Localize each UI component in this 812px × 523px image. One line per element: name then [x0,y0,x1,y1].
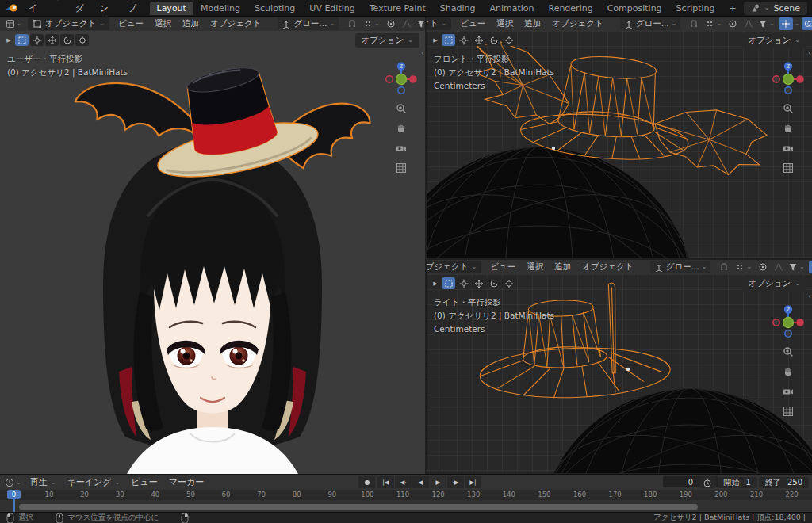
menu-select[interactable]: 選択 [521,262,549,273]
blender-logo-icon[interactable] [5,2,19,13]
workspace-tab[interactable]: Rendering [541,2,599,15]
workspace-tab[interactable]: Scripting [669,2,722,15]
camera-view-gizmo[interactable] [780,141,796,155]
snap-target-dropdown[interactable]: ⌄ [733,261,754,273]
navigation-axis-gizmo[interactable] [770,59,806,96]
navigation-axis-gizmo[interactable] [383,59,419,96]
show-overlays-toggle[interactable] [802,17,812,30]
snap-target-dropdown[interactable]: ⌄ [703,17,724,30]
zoom-gizmo[interactable] [780,101,796,116]
viewport-canvas-front[interactable]: ▶ フロント・平行投影 (0) アクセサリ2 | BatMiniHats Cen… [427,31,812,258]
pan-hand-gizmo[interactable] [393,121,409,136]
options-dropdown[interactable]: オプション⌄ [742,33,806,48]
workspace-tab[interactable]: Texture Paint [362,2,433,15]
pan-hand-gizmo[interactable] [780,121,796,136]
timeline-h-scrollbar[interactable] [19,504,698,510]
n-panel-arrow[interactable]: ‹ [421,48,424,57]
menu-view[interactable]: ビュー [454,18,491,29]
jump-to-end-button[interactable]: ▶| [465,476,481,488]
frame-end-field[interactable]: 終了250 [759,477,809,488]
menu-object[interactable]: オブジェクト [546,18,608,29]
proportional-edit-toggle[interactable] [756,261,770,273]
snap-toggle[interactable] [345,17,359,30]
menu-add[interactable]: 追加 [549,262,576,273]
tool-rotate[interactable] [487,277,500,289]
timeline-editor-type-dropdown[interactable]: ⌄ [5,478,21,487]
menu-object[interactable]: オブジェクト [576,262,638,273]
workspace-tab[interactable]: + [722,2,744,15]
navigation-axis-gizmo[interactable] [770,303,806,339]
proportional-falloff-dropdown[interactable] [772,261,786,273]
options-dropdown[interactable]: オプション⌄ [355,33,419,48]
tool-select-box[interactable] [442,34,455,46]
tool-cursor[interactable] [457,277,470,289]
toolbar-expand-arrow[interactable]: ▶ [431,277,440,289]
proportional-edit-toggle[interactable] [384,17,398,30]
snap-toggle[interactable] [717,261,731,273]
selectability-filter-dropdown[interactable]: ⌄ [414,17,425,30]
proportional-falloff-dropdown[interactable] [400,17,414,30]
ortho-grid-gizmo[interactable] [780,404,796,418]
snap-toggle[interactable] [687,17,701,30]
selectability-filter-dropdown[interactable]: ⌄ [786,261,807,273]
workspace-tab[interactable]: Shading [433,2,483,15]
play-reverse-button[interactable]: ◀ [412,476,429,488]
tool-move[interactable] [472,277,485,289]
workspace-tab[interactable]: Compositing [600,2,669,15]
play-button[interactable]: ▶ [430,476,446,488]
zoom-gizmo[interactable] [780,345,796,359]
transform-orientation-dropdown[interactable]: グロー...⌄ [620,17,681,30]
tool-transform[interactable] [502,34,515,46]
camera-view-gizmo[interactable] [780,384,796,399]
transform-orientation-dropdown[interactable]: グロー...⌄ [278,17,339,30]
tool-rotate[interactable] [487,34,500,46]
camera-view-gizmo[interactable] [393,141,409,155]
scene-selector[interactable]: ⌄ Scene [744,2,807,15]
auto-keying-button[interactable] [358,476,375,488]
ortho-grid-gizmo[interactable] [393,161,409,175]
tool-move[interactable] [45,34,59,46]
proportional-falloff-dropdown[interactable] [741,17,756,30]
zoom-gizmo[interactable] [393,101,409,116]
selectability-filter-dropdown[interactable]: ⌄ [756,17,777,30]
n-panel-arrow[interactable]: ‹ [808,292,811,300]
snap-target-dropdown[interactable]: ⌄ [361,17,382,30]
workspace-tab[interactable]: Layout [150,2,193,15]
menu-object[interactable]: オブジェクト [205,18,266,29]
toolbar-expand-arrow[interactable]: ▶ [431,34,440,46]
editor-type-dropdown[interactable]: ⌄ [3,19,25,29]
viewport-canvas-right[interactable]: ▶ ライト・平行投影 (0) アクセサリ2 | BatMiniHats Cent… [427,274,812,473]
proportional-edit-toggle[interactable] [726,17,740,30]
tool-cursor[interactable] [30,34,44,46]
mode-dropdown[interactable]: オブジェクト⌄ [427,17,451,30]
show-gizmo-toggle[interactable] [809,261,812,273]
playhead-handle[interactable]: 0 [7,490,21,499]
menu-add[interactable]: 追加 [177,18,205,29]
next-keyframe-button[interactable]: ·▶ [447,476,464,488]
menu-view[interactable]: ビュー [113,18,149,29]
prev-keyframe-button[interactable]: ◀· [395,476,412,488]
transform-orientation-dropdown[interactable]: グロー...⌄ [650,261,711,273]
timeline-tracks[interactable] [0,500,812,513]
tool-move[interactable] [472,34,485,46]
ortho-grid-gizmo[interactable] [780,161,796,175]
mode-dropdown[interactable]: オブジェクト⌄ [28,17,109,30]
use-preview-range-button[interactable] [699,476,716,488]
frame-start-field[interactable]: 開始1 [718,477,757,488]
tool-select-box[interactable] [15,34,29,46]
tool-select-box[interactable] [442,277,455,289]
tool-transform[interactable] [502,277,515,289]
mode-dropdown[interactable]: オブジェクト⌄ [427,261,481,273]
n-panel-arrow[interactable]: ‹ [808,48,811,57]
menu-view[interactable]: ビュー [125,476,163,488]
menu-select[interactable]: 選択 [149,18,177,29]
menu-select[interactable]: 選択 [491,18,519,29]
menu-view[interactable]: ビュー [485,262,521,273]
menu-marker[interactable]: マーカー [163,476,210,488]
menu-add[interactable]: 追加 [519,18,546,29]
toolbar-expand-arrow[interactable]: ▶ [4,34,13,46]
show-gizmo-toggle[interactable] [779,17,793,30]
options-dropdown[interactable]: オプション⌄ [742,277,806,291]
tool-rotate[interactable] [60,34,74,46]
tool-cursor[interactable] [457,34,470,46]
